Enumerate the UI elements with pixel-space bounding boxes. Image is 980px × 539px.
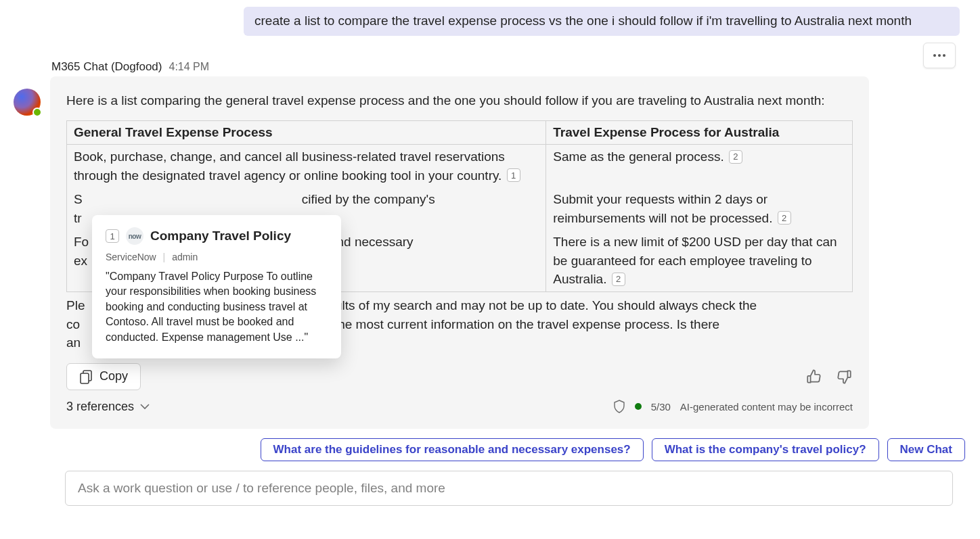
thumbs-down-icon (835, 368, 853, 385)
bot-timestamp: 4:14 PM (169, 61, 209, 73)
disclaimer-fragment: co (66, 317, 80, 331)
svg-point-1 (938, 54, 941, 57)
status-dot-icon (635, 403, 642, 410)
table-header-col1: General Travel Expense Process (67, 121, 546, 145)
disclaimer-fragment: n the results of my search and may not b… (285, 298, 757, 312)
citation-badge[interactable]: 2 (778, 211, 791, 225)
cell-text: There is a new limit of $200 USD per day… (553, 235, 837, 286)
cell-text-fragment: S (74, 192, 83, 206)
references-label: 3 references (66, 400, 134, 414)
citation-number: 1 (106, 229, 119, 243)
response-intro: Here is a list comparing the general tra… (66, 91, 853, 110)
new-chat-button[interactable]: New Chat (887, 438, 965, 461)
usage-count: 5/30 (651, 401, 671, 413)
servicenow-icon: now (126, 227, 143, 245)
suggested-prompts: What are the guidelines for reasonable a… (14, 438, 966, 461)
suggestion-chip[interactable]: What are the guidelines for reasonable a… (261, 438, 644, 461)
table-row: Book, purchase, change, and cancel all b… (67, 145, 853, 188)
references-toggle[interactable]: 3 references (66, 400, 150, 414)
citation-badge[interactable]: 2 (612, 273, 625, 286)
cell-text-fragment: tr (74, 211, 82, 225)
citation-source: ServiceNow (106, 252, 156, 262)
thumbs-down-button[interactable] (835, 368, 853, 385)
more-options-button[interactable] (923, 43, 956, 68)
disclaimer-fragment: tment for the most current information o… (280, 317, 719, 331)
presence-available-icon (32, 108, 42, 117)
copy-icon (79, 369, 93, 384)
ai-notice: AI-generated content may be incorrect (680, 401, 853, 413)
cell-text-fragment: ex (74, 254, 87, 268)
disclaimer-fragment: Ple (66, 298, 85, 312)
cell-text: Same as the general process. (553, 149, 723, 164)
citation-badge[interactable]: 1 (507, 168, 520, 182)
disclaimer-fragment: an (66, 335, 81, 350)
cell-text-fragment: cified by the company's (302, 192, 435, 206)
citation-excerpt: "Company Travel Policy Purpose To outlin… (106, 269, 328, 345)
chevron-down-icon (139, 403, 150, 410)
suggestion-chip[interactable]: What is the company's travel policy? (652, 438, 879, 461)
citation-author: admin (172, 252, 198, 262)
citation-title[interactable]: Company Travel Policy (150, 229, 291, 243)
copy-button[interactable]: Copy (66, 363, 141, 390)
citation-tooltip: 1 now Company Travel Policy ServiceNow |… (92, 215, 341, 358)
user-message: create a list to compare the travel expe… (244, 7, 960, 36)
citation-badge[interactable]: 2 (729, 150, 742, 164)
response-footer-meta: 5/30 AI-generated content may be incorre… (613, 400, 853, 413)
copy-label: Copy (99, 369, 128, 383)
thumbs-up-button[interactable] (805, 368, 823, 385)
cell-text: Book, purchase, change, and cancel all b… (74, 149, 505, 183)
cell-text: Submit your requests within 2 days or re… (553, 192, 772, 225)
bot-message-header: M365 Chat (Dogfood) 4:14 PM (14, 60, 966, 74)
svg-point-2 (943, 54, 945, 57)
cell-text-fragment: Fo (74, 235, 89, 249)
message-input[interactable]: Ask a work question or use / to referenc… (65, 471, 953, 506)
svg-rect-4 (81, 373, 89, 383)
svg-point-0 (933, 54, 936, 57)
thumbs-up-icon (805, 368, 823, 385)
bot-avatar (14, 89, 41, 116)
more-icon (933, 53, 946, 57)
shield-icon (613, 400, 625, 413)
bot-name: M365 Chat (Dogfood) (51, 60, 162, 74)
table-header-col2: Travel Expense Process for Australia (546, 121, 853, 145)
